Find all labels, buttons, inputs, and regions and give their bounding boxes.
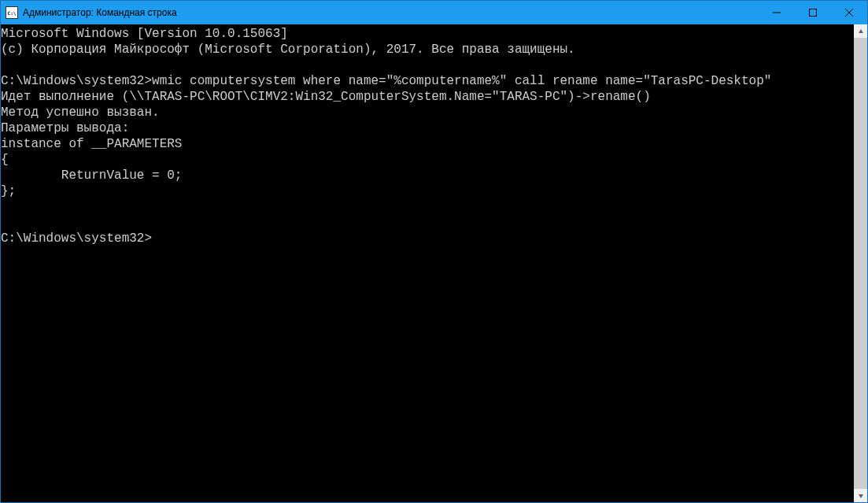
- scroll-thumb[interactable]: [854, 38, 867, 489]
- minimize-button[interactable]: [759, 1, 795, 24]
- cmd-icon: [6, 6, 18, 19]
- scroll-up-button[interactable]: [854, 24, 867, 38]
- svg-marker-5: [859, 494, 863, 498]
- scroll-down-button[interactable]: [854, 489, 867, 502]
- command-prompt-window: Администратор: Командная строка Microsof…: [0, 0, 868, 503]
- close-button[interactable]: [831, 1, 867, 24]
- svg-marker-4: [859, 29, 863, 33]
- titlebar[interactable]: Администратор: Командная строка: [1, 1, 867, 24]
- vertical-scrollbar[interactable]: [854, 24, 867, 502]
- window-title: Администратор: Командная строка: [23, 7, 759, 18]
- window-controls: [759, 1, 867, 24]
- client-area: Microsoft Windows [Version 10.0.15063] (…: [1, 24, 867, 502]
- console-output[interactable]: Microsoft Windows [Version 10.0.15063] (…: [1, 24, 854, 502]
- scroll-track[interactable]: [854, 38, 867, 489]
- maximize-button[interactable]: [795, 1, 831, 24]
- svg-rect-1: [810, 9, 817, 17]
